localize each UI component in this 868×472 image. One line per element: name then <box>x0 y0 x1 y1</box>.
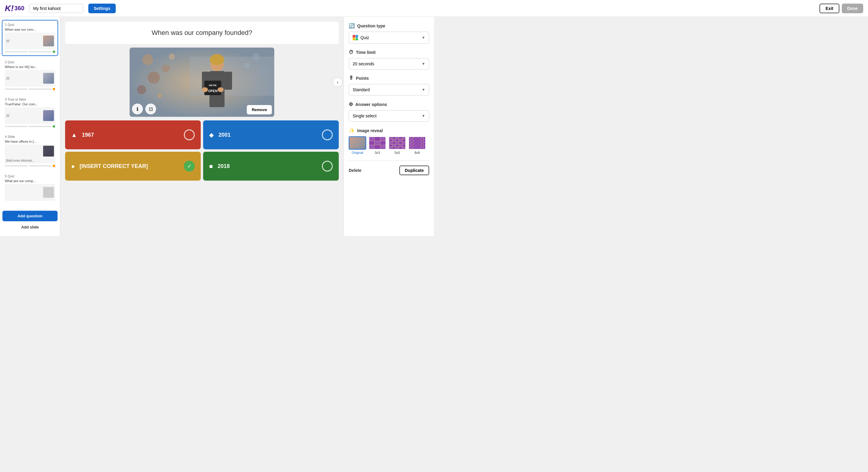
sidebar-item-4[interactable]: 4 Slide We have offices in [... [Add mor… <box>2 132 58 170</box>
slide-bar-1b <box>29 51 52 53</box>
media-crop-button[interactable]: ⊡ <box>145 104 156 114</box>
add-question-button[interactable]: Add question <box>2 211 58 221</box>
ir-option-3x3[interactable]: 3x3 <box>369 136 386 155</box>
ir-cell <box>417 146 419 147</box>
answer-card-3[interactable]: ● [INSERT CORRECT YEAR] ✓ <box>65 152 201 180</box>
media-info-button[interactable]: ℹ <box>132 104 143 114</box>
ir-cell <box>415 138 417 140</box>
layout: 1 Quiz When was our com... 20 2 Quiz Whe… <box>0 17 434 236</box>
ir-cell <box>389 147 392 149</box>
image-reveal-icon: ✨ <box>349 128 355 133</box>
answer-card-1[interactable]: ▲ 1967 <box>65 121 201 149</box>
question-type-value: Quiz <box>361 35 369 40</box>
ir-cell <box>380 141 385 145</box>
question-box[interactable]: When was our company founded? <box>65 22 339 44</box>
ir-cell <box>399 142 402 144</box>
svg-point-6 <box>157 93 162 98</box>
answer-options-chevron: ▼ <box>422 114 425 118</box>
ir-grid-5x5 <box>389 137 405 149</box>
ir-cell <box>419 138 421 140</box>
slide-bar-4a <box>5 165 28 166</box>
answer-icon-4: ■ <box>209 163 213 170</box>
sidebar-item-3[interactable]: 3 True or false True/False: Our com... 2… <box>2 95 58 131</box>
ir-cell <box>415 141 417 143</box>
answer-card-2[interactable]: ◆ 2001 <box>203 121 339 149</box>
ir-label-original: Original <box>349 151 366 155</box>
ir-cell <box>402 144 405 146</box>
answer-text-4: 2018 <box>218 163 322 169</box>
slide-preview-3: 20 <box>5 107 55 124</box>
settings-button[interactable]: Settings <box>88 4 116 13</box>
ir-cell <box>413 141 415 143</box>
question-text: When was our company founded? <box>152 29 252 36</box>
ir-cell <box>396 147 399 149</box>
ir-cell <box>424 137 425 138</box>
answers-grid: ▲ 1967 ◆ 2001 ● [INSERT CORRECT YEAR] ✓ … <box>65 121 339 180</box>
ir-cell <box>375 145 380 149</box>
time-limit-select[interactable]: 20 seconds ▼ <box>349 58 429 70</box>
add-slide-button[interactable]: Add slide <box>2 223 58 231</box>
ir-cell <box>399 137 402 139</box>
ir-option-5x5[interactable]: 5x5 <box>389 136 406 155</box>
ir-cell <box>409 138 411 140</box>
slide-thumb-4 <box>43 146 54 157</box>
points-title: 🎖 Points <box>349 75 429 81</box>
remove-media-button[interactable]: Remove <box>247 105 272 114</box>
ir-cell <box>415 137 417 138</box>
ir-cell <box>409 146 411 147</box>
slide-preview-4: [Add more informat... <box>5 144 55 164</box>
ir-cell <box>375 141 380 145</box>
ir-cell <box>421 143 423 144</box>
ir-thumb-3x3 <box>369 136 386 149</box>
ir-cell <box>417 141 419 143</box>
slide-bar-2a <box>5 89 28 90</box>
ir-cell <box>411 147 413 149</box>
ir-cell <box>419 147 421 149</box>
qci-blue <box>355 35 358 38</box>
slide-num-2: 2 Quiz <box>5 60 55 64</box>
ir-cell <box>424 140 425 141</box>
slide-num-1: 1 Quiz <box>5 23 55 27</box>
slide-num-4: 4 Slide <box>5 135 55 138</box>
ir-cell <box>421 138 423 140</box>
ir-option-original[interactable]: Original <box>349 136 366 155</box>
slide-num-5: 5 Quiz <box>5 174 55 178</box>
points-icon: 🎖 <box>349 75 353 81</box>
delete-button[interactable]: Delete <box>349 166 361 175</box>
slide-bars-4 <box>5 165 55 167</box>
ir-cell <box>415 146 417 147</box>
qci-green <box>355 38 358 41</box>
main-content: When was our company founded? <box>60 17 344 236</box>
title-input[interactable] <box>29 4 84 13</box>
media-overlay: ℹ ⊡ Remove <box>130 101 274 117</box>
svg-point-20 <box>218 87 224 92</box>
sidebar-item-5[interactable]: 5 Quiz What are our comp... <box>2 171 58 204</box>
sidebar-item-2[interactable]: 2 Quiz Where is our HQ loc... 20 <box>2 57 58 93</box>
ir-cell <box>399 144 402 146</box>
ir-cell <box>417 144 419 146</box>
expand-button[interactable]: › <box>333 77 342 87</box>
ir-label-8x8: 8x8 <box>408 151 426 155</box>
ir-cell <box>393 147 396 149</box>
slide-bar-1a <box>5 51 28 53</box>
ir-cell <box>419 140 421 141</box>
question-type-select[interactable]: Quiz ▼ <box>349 32 429 44</box>
sidebar-item-1[interactable]: 1 Quiz When was our com... 20 <box>2 20 58 56</box>
ir-option-8x8[interactable]: 8x8 <box>408 136 426 155</box>
ir-cell <box>369 137 374 141</box>
points-value: Standard <box>352 87 370 92</box>
ir-thumb-5x5 <box>389 136 406 149</box>
question-type-section: 🔄 Question type Quiz ▼ <box>349 23 429 44</box>
slide-title-3: True/False: Our com... <box>5 102 55 106</box>
svg-point-5 <box>137 85 146 94</box>
ir-cell <box>417 140 419 141</box>
ir-cell <box>411 137 413 138</box>
quiz-color-icon <box>352 35 358 40</box>
duplicate-button[interactable]: Duplicate <box>399 166 429 175</box>
answer-options-select[interactable]: Single select ▼ <box>349 110 429 122</box>
points-select[interactable]: Standard ▼ <box>349 84 429 95</box>
question-type-select-left: Quiz <box>352 35 369 40</box>
ir-cell <box>389 144 392 146</box>
answer-card-4[interactable]: ■ 2018 <box>203 152 339 180</box>
ir-cell <box>411 143 413 144</box>
